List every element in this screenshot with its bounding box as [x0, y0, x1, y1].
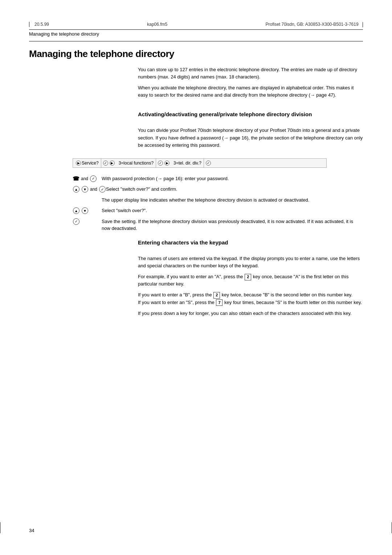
header-meta: 20.5.99 kap06.fm5 Profiset 70isdn, GB: A…: [29, 22, 363, 27]
section1-body-left: [29, 127, 138, 152]
section2-heading-row: Entering characters via the keypad: [29, 236, 363, 250]
section2-para2: For example, if you want to enter an "A"…: [138, 273, 363, 288]
section1-heading-row: Activating/deactivating general/private …: [29, 108, 363, 122]
check-circle-4[interactable]: ✓: [73, 218, 79, 225]
breadcrumb: Managing the telephone directory: [29, 31, 363, 37]
arrow-up-btn-2[interactable]: ▲: [73, 207, 79, 214]
check-circle-2[interactable]: ✓: [99, 186, 106, 193]
section1-title: Activating/deactivating general/private …: [138, 111, 363, 117]
instructions-section: ☎ and ✓ With password protection (→ page…: [73, 175, 363, 232]
nav-item-2: 3=local functions?: [117, 159, 156, 167]
section1-body: You can divide your Profiset 70isdn tele…: [138, 127, 363, 149]
section2-body-block: The names of users are entered via the k…: [29, 255, 363, 321]
section1-body-right: You can divide your Profiset 70isdn tele…: [138, 127, 363, 152]
section2-para3: If you want to enter a "B", press the 2 …: [138, 291, 363, 306]
navbar-row: ▶ Service? ✓ ▶ 3=local functions? ✓ ▶ 3=…: [29, 158, 363, 168]
instruction-row-4: ✓ Save the setting. If the telephone dir…: [73, 218, 363, 232]
nav-item-3: 3=tel. dir. div.?: [171, 159, 204, 167]
section2-body-left: [29, 255, 138, 321]
header-filename: kap06.fm5: [147, 22, 167, 27]
nav-check-1[interactable]: ✓: [103, 161, 108, 166]
nav-arrow-play[interactable]: ▶: [76, 161, 81, 166]
header-product: Profiset 70isdn, GB: A30853-X300-B501-3-…: [265, 22, 363, 27]
instruction-icon-1: ☎ and ✓: [73, 175, 102, 182]
nav-end: ✓: [204, 159, 213, 167]
header-rule-left: [29, 22, 29, 27]
instruction-text-4: Save the setting. If the telephone direc…: [102, 218, 363, 232]
intro-para1: You can store up to 127 entries in the e…: [138, 66, 363, 81]
instruction-row-note: The upper display line indicates whether…: [73, 197, 363, 204]
key-7: 7: [216, 299, 222, 306]
page: 20.5.99 kap06.fm5 Profiset 70isdn, GB: A…: [0, 0, 392, 555]
nav-check-2[interactable]: ✓: [158, 161, 163, 166]
nav-arrow-3[interactable]: ▶: [164, 161, 170, 166]
footer-page-number: 34: [29, 528, 34, 533]
instruction-icon-4: ✓: [73, 218, 102, 225]
section1-right: Activating/deactivating general/private …: [138, 108, 363, 122]
main-title: Managing the telephone directory: [29, 48, 363, 60]
instruction-text-1: With password protection (→ page 16): en…: [102, 175, 363, 182]
instruction-text-3: Select "switch over?".: [102, 207, 363, 214]
instruction-row-1: ☎ and ✓ With password protection (→ page…: [73, 175, 363, 182]
instruction-row-2: ▲ ▼ and ✓ Select "switch over?" and conf…: [73, 186, 363, 193]
sub-divider: [29, 41, 363, 41]
nav-label-3: 3=tel. dir. div.?: [173, 161, 201, 166]
instruction-icon-3: ▲ ▼: [73, 207, 102, 214]
intro-block: You can store up to 127 entries in the e…: [29, 66, 363, 103]
intro-left: [29, 66, 138, 103]
footer-rule-left: [0, 522, 0, 533]
nav-between-2: ✓ ▶: [156, 159, 171, 167]
arrow-down-btn-2[interactable]: ▼: [82, 207, 88, 214]
section2-title: Entering characters via the keypad: [138, 239, 363, 246]
instruction-row-3: ▲ ▼ Select "switch over?".: [73, 207, 363, 214]
nav-label-1: Service?: [82, 161, 99, 166]
key-2b: 2: [213, 292, 220, 299]
footer: 34: [29, 528, 363, 533]
section1-body-block: You can divide your Profiset 70isdn tele…: [29, 127, 363, 152]
nav-between-1: ✓ ▶: [101, 159, 117, 167]
intro-right: You can store up to 127 entries in the e…: [138, 66, 363, 103]
header-date: 20.5.99: [34, 22, 49, 27]
arrow-down-btn[interactable]: ▼: [82, 186, 88, 193]
nav-label-2: 3=local functions?: [119, 161, 154, 166]
section2-para1: The names of users are entered via the k…: [138, 255, 363, 270]
instruction-icon-2: ▲ ▼ and ✓: [73, 186, 106, 193]
instruction-text-note: The upper display line indicates whether…: [102, 197, 363, 204]
arrow-up-btn[interactable]: ▲: [73, 186, 79, 193]
header-left: 20.5.99: [29, 22, 49, 27]
nav-arrow-2[interactable]: ▶: [110, 161, 115, 166]
section2-para5: If you press down a key for longer, you …: [138, 310, 363, 317]
key-2a: 2: [245, 274, 251, 280]
phone-icon: ☎: [73, 175, 79, 182]
nav-check-3[interactable]: ✓: [206, 161, 211, 166]
header-divider: [29, 29, 363, 30]
nav-item-1: ▶ Service?: [73, 159, 101, 167]
section2-body-right: The names of users are entered via the k…: [138, 255, 363, 321]
and-text-1: and: [81, 176, 88, 181]
instruction-icon-note: [73, 197, 102, 197]
intro-para2: When you activate the telephone director…: [138, 84, 363, 99]
and-text-2: and: [90, 187, 97, 192]
check-circle-1[interactable]: ✓: [90, 175, 97, 182]
navbar: ▶ Service? ✓ ▶ 3=local functions? ✓ ▶ 3=…: [73, 158, 327, 168]
section2-right: Entering characters via the keypad: [138, 236, 363, 250]
instruction-text-2: Select "switch over?" and confirm.: [106, 186, 363, 193]
